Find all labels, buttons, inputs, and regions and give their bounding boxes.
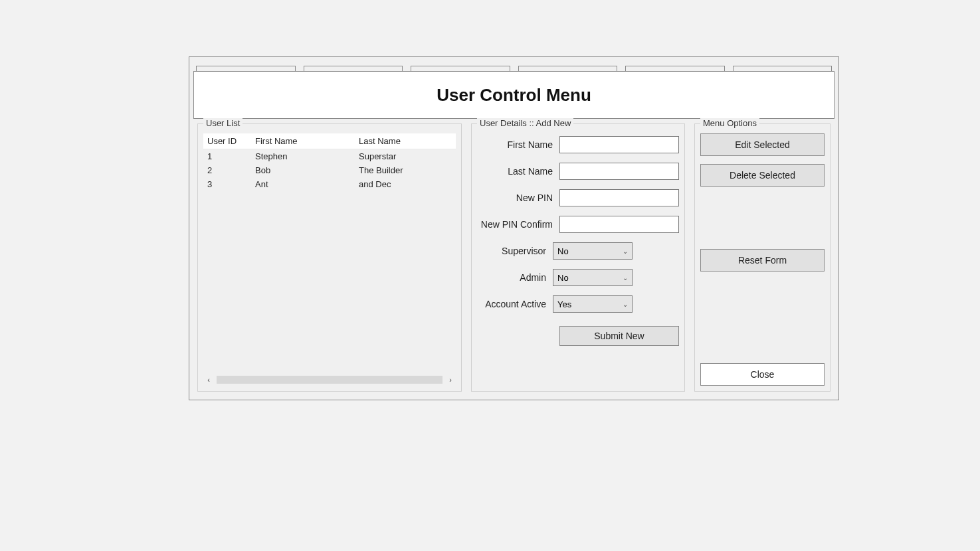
cell-first-name: Bob bbox=[251, 163, 355, 177]
new-pin-field[interactable] bbox=[559, 189, 679, 206]
user-list-table[interactable]: User ID First Name Last Name 1 Stephen S… bbox=[203, 133, 456, 370]
page-title: User Control Menu bbox=[437, 85, 591, 106]
cell-user-id: 1 bbox=[203, 149, 251, 163]
user-list-group: User List User ID First Name Last Name 1… bbox=[197, 123, 462, 392]
tab-stub[interactable] bbox=[733, 66, 833, 71]
row-account-active: Account Active Yes ⌄ bbox=[477, 295, 679, 313]
supervisor-value: No bbox=[557, 246, 569, 256]
row-new-pin-confirm: New PIN Confirm bbox=[477, 216, 679, 233]
menu-options-group: Menu Options Edit Selected Delete Select… bbox=[694, 123, 831, 392]
row-submit: Submit New bbox=[477, 326, 679, 346]
reset-form-button[interactable]: Reset Form bbox=[700, 249, 825, 272]
menu-options-legend: Menu Options bbox=[700, 118, 759, 128]
account-active-select[interactable]: Yes ⌄ bbox=[553, 295, 633, 313]
last-name-field[interactable] bbox=[559, 163, 679, 180]
row-admin: Admin No ⌄ bbox=[477, 269, 679, 286]
user-list-legend: User List bbox=[203, 118, 243, 128]
row-last-name: Last Name bbox=[477, 163, 679, 180]
tab-strip bbox=[196, 66, 832, 71]
row-new-pin: New PIN bbox=[477, 189, 679, 206]
chevron-down-icon: ⌄ bbox=[623, 274, 628, 281]
label-last-name: Last Name bbox=[508, 166, 553, 177]
cell-last-name: Superstar bbox=[355, 149, 456, 163]
new-pin-confirm-field[interactable] bbox=[559, 216, 679, 233]
user-list-header: User ID First Name Last Name bbox=[203, 133, 456, 149]
chevron-down-icon: ⌄ bbox=[623, 248, 628, 255]
user-control-window: User Control Menu User List User ID Firs… bbox=[189, 56, 839, 400]
label-supervisor: Supervisor bbox=[502, 246, 546, 256]
label-first-name: First Name bbox=[508, 139, 553, 150]
tab-stub[interactable] bbox=[304, 66, 403, 71]
scroll-track[interactable] bbox=[217, 376, 442, 384]
label-new-pin: New PIN bbox=[516, 193, 553, 203]
cell-user-id: 3 bbox=[203, 177, 251, 191]
content-area: User List User ID First Name Last Name 1… bbox=[197, 123, 831, 392]
title-panel: User Control Menu bbox=[193, 71, 834, 119]
delete-selected-button[interactable]: Delete Selected bbox=[700, 164, 825, 187]
cell-first-name: Stephen bbox=[251, 149, 355, 163]
user-details-group: User Details :: Add New First Name Last … bbox=[471, 123, 685, 392]
col-last-name[interactable]: Last Name bbox=[355, 133, 456, 149]
user-details-legend: User Details :: Add New bbox=[477, 118, 573, 128]
admin-select[interactable]: No ⌄ bbox=[553, 269, 633, 286]
supervisor-select[interactable]: No ⌄ bbox=[553, 242, 633, 260]
scroll-left-icon[interactable]: ‹ bbox=[203, 374, 214, 385]
user-list-hscrollbar[interactable]: ‹ › bbox=[203, 374, 456, 386]
cell-first-name: Ant bbox=[251, 177, 355, 191]
edit-selected-button[interactable]: Edit Selected bbox=[700, 133, 825, 156]
tab-stub[interactable] bbox=[196, 66, 296, 71]
label-account-active: Account Active bbox=[485, 299, 546, 309]
table-row[interactable]: 3 Ant and Dec bbox=[203, 177, 456, 191]
col-first-name[interactable]: First Name bbox=[251, 133, 355, 149]
scroll-right-icon[interactable]: › bbox=[445, 374, 456, 385]
chevron-down-icon: ⌄ bbox=[623, 301, 628, 308]
cell-last-name: and Dec bbox=[355, 177, 456, 191]
close-button[interactable]: Close bbox=[700, 363, 825, 386]
account-active-value: Yes bbox=[557, 299, 571, 309]
col-user-id[interactable]: User ID bbox=[203, 133, 251, 149]
cell-last-name: The Builder bbox=[355, 163, 456, 177]
table-row[interactable]: 2 Bob The Builder bbox=[203, 163, 456, 177]
label-new-pin-confirm: New PIN Confirm bbox=[481, 219, 553, 230]
tab-stub[interactable] bbox=[411, 66, 510, 71]
submit-new-button[interactable]: Submit New bbox=[559, 326, 679, 346]
tab-stub[interactable] bbox=[518, 66, 618, 71]
row-first-name: First Name bbox=[477, 136, 679, 153]
admin-value: No bbox=[557, 273, 569, 283]
row-supervisor: Supervisor No ⌄ bbox=[477, 242, 679, 260]
table-row[interactable]: 1 Stephen Superstar bbox=[203, 149, 456, 163]
tab-stub[interactable] bbox=[625, 66, 725, 71]
first-name-field[interactable] bbox=[559, 136, 679, 153]
label-admin: Admin bbox=[520, 272, 546, 283]
cell-user-id: 2 bbox=[203, 163, 251, 177]
